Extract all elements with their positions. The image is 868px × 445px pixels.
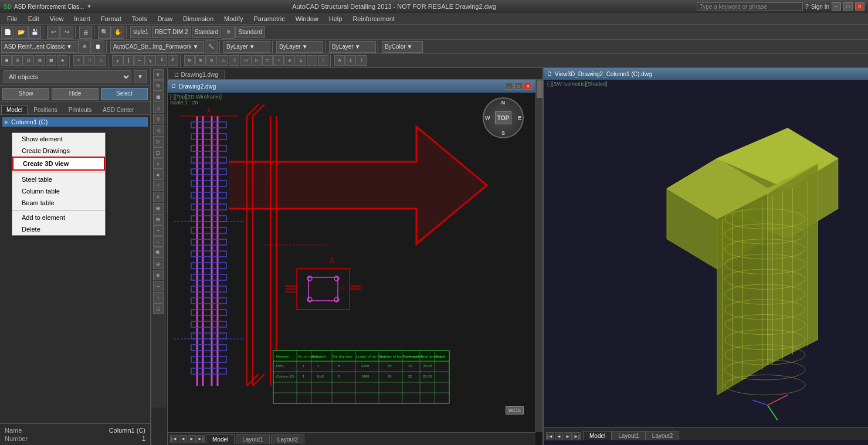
tb3-extra9[interactable]: ○ — [273, 55, 284, 66]
drawing2-maximize[interactable]: □ — [514, 83, 523, 90]
drawing-area[interactable]: 🗋 Drawing1.dwg 🗋 Drawing2.dwg – □ ✕ [-][… — [168, 68, 542, 445]
drawing2-minimize[interactable]: – — [505, 83, 513, 90]
left-tool-6[interactable]: ◁ — [153, 125, 164, 135]
left-tool-12[interactable]: ⌗ — [153, 192, 164, 202]
standard1-dropdown[interactable]: Standard — [192, 26, 222, 38]
scroll-thumb[interactable] — [537, 80, 542, 98]
menu-reinforcement[interactable]: Reinforcement — [348, 14, 399, 23]
left-tool-8[interactable]: ◻ — [153, 147, 164, 158]
nav-prev[interactable]: ◄ — [179, 435, 187, 443]
tab-positions[interactable]: Positions — [28, 105, 63, 114]
tree-item-column1[interactable]: ▶ Column1 (C) — [2, 117, 148, 127]
open-btn[interactable]: 📂 — [15, 26, 28, 39]
tb3-btn6[interactable]: ◈ — [57, 55, 67, 66]
tab-model[interactable]: Model — [1, 105, 28, 114]
left-tool-19[interactable]: ⊗ — [153, 270, 164, 280]
nav-last[interactable]: ►| — [196, 435, 205, 443]
menu-file[interactable]: File — [2, 14, 22, 23]
pan-btn[interactable]: ✋ — [111, 26, 124, 39]
tab-model-bottom[interactable]: Model — [206, 434, 235, 444]
menu-window[interactable]: Window — [291, 14, 323, 23]
left-tool-2[interactable]: ⊕ — [153, 80, 164, 91]
tb3-right2[interactable]: Σ — [345, 55, 356, 66]
ctx-delete[interactable]: Delete — [12, 223, 105, 235]
tb3-extra11[interactable]: ∠ — [296, 55, 306, 66]
nav-next[interactable]: ► — [188, 435, 196, 443]
left-tool-3[interactable]: ▦ — [153, 91, 164, 102]
view3d-tab-layout1[interactable]: Layout1 — [612, 431, 646, 440]
tb3-btn3[interactable]: ⊟ — [23, 55, 34, 66]
menu-tools[interactable]: Tools — [127, 14, 152, 23]
layer3-dropdown[interactable]: ByLayer ▼ — [329, 41, 376, 53]
left-tool-16[interactable]: - — [153, 236, 164, 247]
left-tool-18[interactable]: ⊕ — [153, 259, 164, 269]
dim-dropdown[interactable]: RBCT DIM 2 — [152, 26, 191, 38]
tb3-right1[interactable]: A — [334, 55, 345, 66]
tb3-btn13[interactable]: ╗ — [145, 55, 156, 66]
tb3-btn14[interactable]: ╚ — [157, 55, 167, 66]
left-tool-17[interactable]: 🔍 — [153, 247, 164, 258]
tb3-btn12[interactable]: ═ — [134, 55, 145, 66]
tb3-right3[interactable]: T — [357, 55, 367, 66]
sign-in-button[interactable]: Sign In — [811, 4, 829, 10]
save-btn[interactable]: 💾 — [28, 26, 41, 39]
left-tool-7[interactable]: ▷ — [153, 136, 164, 147]
tb3-btn4[interactable]: ⊠ — [35, 55, 45, 66]
menu-format[interactable]: Format — [96, 14, 126, 23]
dropdown-arrow[interactable]: ▼ — [86, 4, 91, 9]
ctx-beam-table[interactable]: Beam table — [12, 197, 105, 209]
scrollbar-v[interactable] — [535, 80, 542, 432]
left-tool-13[interactable]: ⊞ — [153, 203, 164, 213]
close-button[interactable]: ✕ — [855, 2, 864, 11]
left-tool-5[interactable]: ▽ — [153, 114, 164, 124]
tb3-extra7[interactable]: ▷ — [251, 55, 262, 66]
ctx-create-drawings[interactable]: Create Drawings — [12, 145, 105, 157]
layer2-dropdown[interactable]: ByLayer ▼ — [276, 41, 323, 53]
menu-parametric[interactable]: Parametric — [249, 14, 289, 23]
help-icon[interactable]: ? — [805, 3, 809, 10]
tb3-extra4[interactable]: △ — [218, 55, 228, 66]
left-tool-4[interactable]: △ — [153, 103, 164, 113]
left-tool-10[interactable]: A — [153, 169, 164, 180]
asd-dropdown[interactable]: ASD Reinf...ent Classic ▼ — [1, 41, 77, 53]
tab-printouts[interactable]: Printouts — [63, 105, 97, 114]
style-dropdown[interactable]: style1 — [130, 26, 151, 38]
tb3-extra8[interactable]: ◻ — [262, 55, 273, 66]
tab-layout2-bottom[interactable]: Layout2 — [271, 434, 305, 444]
left-tool-15[interactable]: + — [153, 225, 164, 236]
tb3-extra10[interactable]: ⌀ — [284, 55, 295, 66]
tb3-btn9[interactable]: ⌺ — [96, 55, 106, 66]
minimize-button[interactable]: – — [832, 2, 841, 11]
new-btn[interactable]: 📄 — [1, 26, 14, 39]
tb3-extra6[interactable]: ◁ — [240, 55, 250, 66]
ctx-create-3d-view[interactable]: Create 3D view — [12, 157, 105, 171]
nav-first[interactable]: |◄ — [170, 435, 178, 443]
left-tool-22[interactable]: ⌺ — [153, 303, 164, 314]
bycolor-dropdown[interactable]: ByColor ▼ — [382, 41, 423, 53]
left-tool-1[interactable]: ✕ — [153, 69, 164, 80]
ctx-steel-table[interactable]: Steel table — [12, 174, 105, 185]
left-tool-9[interactable]: ○ — [153, 158, 164, 169]
tb3-btn7[interactable]: ⌗ — [73, 55, 84, 66]
menu-modify[interactable]: Modify — [219, 14, 247, 23]
view3d-nav-prev[interactable]: ◄ — [555, 432, 563, 440]
layer-dropdown[interactable]: ByLayer ▼ — [223, 41, 270, 53]
fw-btn[interactable]: 🔧 — [205, 40, 218, 53]
tb3-btn10[interactable]: ╔ — [112, 55, 123, 66]
objects-dropdown[interactable]: All objects — [4, 70, 131, 83]
tab-layout1-bottom[interactable]: Layout1 — [236, 434, 270, 444]
view3d-nav-first[interactable]: |◄ — [546, 432, 554, 440]
menu-insert[interactable]: Insert — [69, 14, 95, 23]
tb3-extra1[interactable]: ⊕ — [184, 55, 195, 66]
redo-btn[interactable]: ↪ — [60, 26, 73, 39]
left-tool-11[interactable]: T — [153, 181, 164, 191]
tb3-btn1[interactable]: ▣ — [1, 55, 12, 66]
show-button[interactable]: Show — [2, 88, 49, 100]
undo-btn[interactable]: ↩ — [47, 26, 60, 39]
tb3-btn11[interactable]: ║ — [123, 55, 134, 66]
view3d-tab-layout2[interactable]: Layout2 — [646, 431, 680, 440]
menu-edit[interactable]: Edit — [23, 14, 44, 23]
view3d-nav-last[interactable]: ►| — [572, 432, 581, 440]
hide-button[interactable]: Hide — [52, 88, 99, 100]
tb3-extra13[interactable]: ↕ — [318, 55, 328, 66]
